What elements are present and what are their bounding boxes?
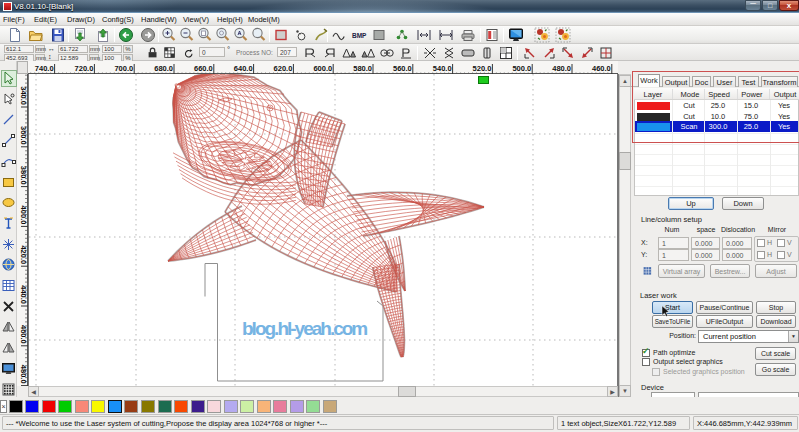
svg-text:660.0: 660.0 bbox=[194, 64, 213, 73]
svg-text:BMP: BMP bbox=[352, 32, 367, 39]
svg-text:520.0: 520.0 bbox=[473, 64, 492, 73]
svg-text:540.0: 540.0 bbox=[433, 64, 452, 73]
svg-text:400.0: 400.0 bbox=[19, 206, 28, 225]
svg-text:580.0: 580.0 bbox=[353, 64, 372, 73]
svg-text:640.0: 640.0 bbox=[234, 64, 253, 73]
svg-text:460.0: 460.0 bbox=[592, 64, 611, 73]
svg-text:720.0: 720.0 bbox=[75, 64, 94, 73]
svg-text:600.0: 600.0 bbox=[313, 64, 332, 73]
svg-text:500.0: 500.0 bbox=[512, 64, 531, 73]
svg-text:420.0: 420.0 bbox=[19, 245, 28, 264]
svg-text:440.0: 440.0 bbox=[19, 285, 28, 304]
svg-text:480.0: 480.0 bbox=[19, 365, 28, 384]
svg-text:740.0: 740.0 bbox=[35, 64, 54, 73]
svg-text:360.0: 360.0 bbox=[19, 126, 28, 145]
svg-text:620.0: 620.0 bbox=[274, 64, 293, 73]
svg-text:340.0: 340.0 bbox=[19, 86, 28, 105]
svg-text:380.0: 380.0 bbox=[19, 166, 28, 185]
svg-text:480.0: 480.0 bbox=[552, 64, 571, 73]
svg-text:700.0: 700.0 bbox=[114, 64, 133, 73]
svg-text:680.0: 680.0 bbox=[154, 64, 173, 73]
svg-text:560.0: 560.0 bbox=[393, 64, 412, 73]
svg-text:460.0: 460.0 bbox=[19, 325, 28, 344]
